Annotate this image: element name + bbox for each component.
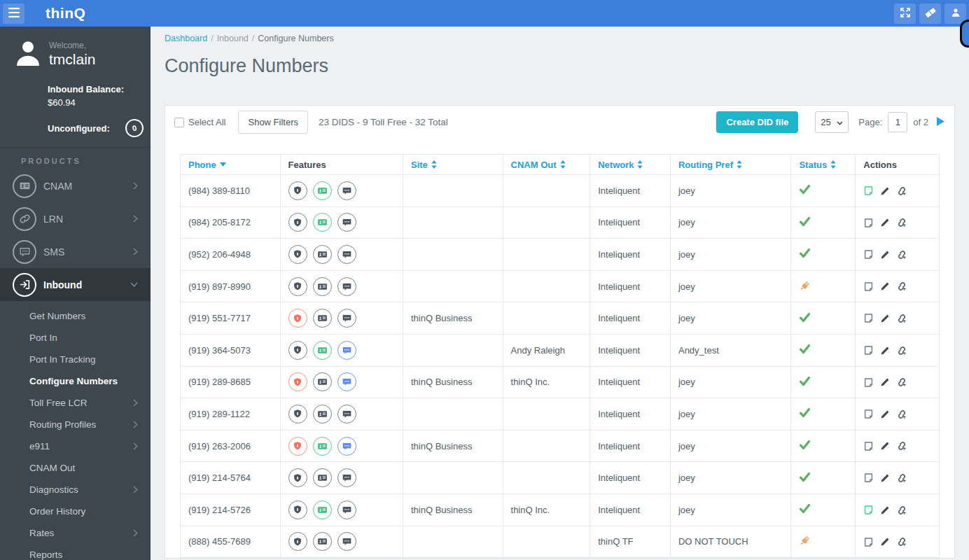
edit-action-icon[interactable] [880, 377, 890, 387]
note-action-icon[interactable] [863, 313, 874, 323]
idcard-feature-icon[interactable] [313, 532, 332, 551]
submenu-item-routing-profiles[interactable]: Routing Profiles [0, 414, 151, 435]
column-header-status[interactable]: Status [791, 155, 856, 175]
column-header-cnam-out[interactable]: CNAM Out [503, 155, 590, 175]
chat-feature-icon[interactable] [337, 277, 356, 296]
shield-feature-icon[interactable] [288, 405, 307, 424]
column-header-network[interactable]: Network [590, 155, 671, 175]
chat-feature-icon[interactable] [337, 532, 356, 551]
edit-action-icon[interactable] [880, 537, 890, 547]
submenu-item-rates[interactable]: Rates [0, 522, 151, 544]
unlink-action-icon[interactable] [896, 249, 907, 260]
idcard-feature-icon[interactable] [313, 405, 332, 424]
show-filters-button[interactable]: Show Filters [238, 111, 308, 134]
note-action-icon[interactable] [863, 186, 874, 196]
note-action-icon[interactable] [863, 537, 874, 547]
shield-feature-icon[interactable] [288, 500, 307, 519]
page-size-select[interactable]: 25 [815, 111, 849, 133]
sidebar-item-lrn[interactable]: LRN [0, 202, 151, 235]
submenu-item-reports[interactable]: Reports [0, 544, 151, 560]
idcard-feature-icon[interactable] [313, 277, 332, 296]
next-page-button[interactable] [935, 115, 946, 130]
edit-action-icon[interactable] [880, 218, 890, 227]
unlink-action-icon[interactable] [896, 281, 907, 292]
unlink-action-icon[interactable] [896, 377, 907, 388]
edit-action-icon[interactable] [880, 410, 890, 419]
chat-feature-icon[interactable] [337, 245, 356, 264]
select-all-checkbox[interactable] [174, 118, 184, 127]
idcard-feature-icon[interactable] [313, 309, 332, 328]
submenu-item-cnam-out[interactable]: CNAM Out [0, 457, 151, 479]
unlink-action-icon[interactable] [896, 345, 907, 356]
unlink-action-icon[interactable] [896, 536, 907, 547]
edit-action-icon[interactable] [880, 505, 890, 515]
chat-feature-icon[interactable] [337, 341, 356, 360]
shield-feature-icon[interactable] [288, 277, 307, 296]
submenu-item-order-history[interactable]: Order History [0, 500, 151, 522]
edit-action-icon[interactable] [880, 473, 890, 483]
idcard-feature-icon[interactable] [313, 341, 332, 360]
note-action-icon[interactable] [863, 472, 874, 483]
unlink-action-icon[interactable] [896, 313, 907, 324]
idcard-feature-icon[interactable] [313, 245, 332, 264]
shield-feature-icon[interactable] [288, 532, 307, 551]
submenu-item-port-in-tracking[interactable]: Port In Tracking [0, 349, 151, 370]
breadcrumb-item-dashboard[interactable]: Dashboard [165, 34, 207, 43]
idcard-feature-icon[interactable] [313, 213, 332, 232]
column-header-site[interactable]: Site [403, 155, 503, 175]
chat-feature-icon[interactable] [337, 468, 356, 487]
sidebar-item-inbound[interactable]: Inbound [0, 268, 151, 301]
edit-action-icon[interactable] [880, 281, 890, 291]
note-action-icon[interactable] [863, 218, 874, 228]
idcard-feature-icon[interactable] [313, 437, 332, 456]
unlink-action-icon[interactable] [896, 186, 907, 197]
edit-action-icon[interactable] [880, 186, 890, 196]
column-header-routing-pref[interactable]: Routing Pref [670, 155, 790, 175]
submenu-item-configure-numbers[interactable]: Configure Numbers [0, 370, 151, 392]
unlink-action-icon[interactable] [896, 217, 907, 228]
create-did-file-button[interactable]: Create DID file [716, 111, 798, 133]
note-action-icon[interactable] [863, 505, 874, 515]
edit-action-icon[interactable] [880, 441, 890, 451]
tickets-button[interactable] [919, 4, 941, 24]
idcard-feature-icon[interactable] [313, 372, 332, 391]
menu-toggle-button[interactable] [3, 4, 25, 24]
unlink-action-icon[interactable] [896, 440, 907, 451]
chat-feature-icon[interactable] [337, 500, 356, 519]
column-header-phone[interactable]: Phone [181, 155, 281, 175]
note-action-icon[interactable] [863, 281, 874, 292]
unlink-action-icon[interactable] [896, 472, 907, 484]
shield-feature-icon[interactable] [288, 372, 307, 391]
sidebar-item-cnam[interactable]: CNAM [0, 169, 151, 202]
note-action-icon[interactable] [863, 441, 874, 451]
unconfigured-badge[interactable]: 0 [123, 117, 146, 139]
note-action-icon[interactable] [863, 377, 874, 388]
chat-feature-icon[interactable] [337, 372, 356, 391]
shield-feature-icon[interactable] [288, 181, 307, 200]
shield-feature-icon[interactable] [288, 213, 307, 232]
shield-feature-icon[interactable] [288, 309, 307, 328]
chat-feature-icon[interactable] [337, 309, 356, 328]
submenu-item-toll-free-lcr[interactable]: Toll Free LCR [0, 392, 151, 414]
note-action-icon[interactable] [863, 345, 874, 356]
unlink-action-icon[interactable] [896, 505, 907, 516]
unlink-action-icon[interactable] [896, 409, 907, 420]
floating-widget[interactable] [960, 20, 969, 48]
edit-action-icon[interactable] [880, 314, 890, 323]
chat-feature-icon[interactable] [337, 437, 356, 456]
idcard-feature-icon[interactable] [313, 500, 332, 519]
edit-action-icon[interactable] [880, 250, 890, 260]
fullscreen-button[interactable] [894, 4, 916, 24]
submenu-item-e911[interactable]: e911 [0, 435, 151, 457]
submenu-item-diagnostics[interactable]: Diagnostics [0, 479, 151, 500]
shield-feature-icon[interactable] [288, 468, 307, 487]
chat-feature-icon[interactable] [337, 181, 356, 200]
shield-feature-icon[interactable] [288, 437, 307, 456]
idcard-feature-icon[interactable] [313, 468, 332, 487]
page-number-input[interactable] [888, 112, 907, 132]
idcard-feature-icon[interactable] [313, 181, 332, 200]
edit-action-icon[interactable] [880, 346, 890, 356]
chat-feature-icon[interactable] [337, 213, 356, 232]
note-action-icon[interactable] [863, 409, 874, 419]
shield-feature-icon[interactable] [288, 341, 307, 360]
